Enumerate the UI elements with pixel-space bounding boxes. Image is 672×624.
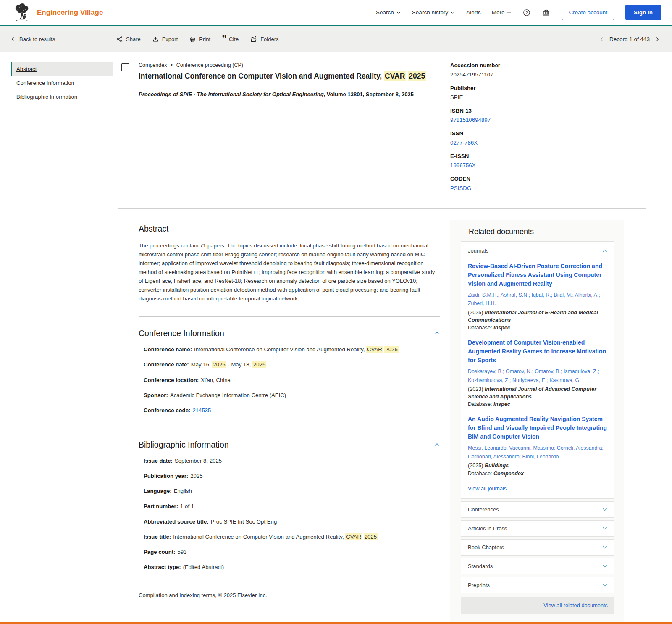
folders-button[interactable]: Folders xyxy=(250,35,278,43)
related-entry-authors[interactable]: Messi, Leonardo; Vaccarini, Massimo; Cor… xyxy=(468,444,608,461)
share-icon xyxy=(116,36,123,43)
highlighted-term: CVAR xyxy=(366,346,383,353)
create-account-button[interactable]: Create account xyxy=(562,5,614,20)
related-entry-title-link[interactable]: Review-Based AI-Driven Posture Correctio… xyxy=(468,262,608,288)
view-all-related-documents-link[interactable]: View all related documents xyxy=(543,602,608,608)
institution-icon[interactable] xyxy=(542,8,551,17)
record-content: Abstract Conference Information Bibliogr… xyxy=(0,52,672,622)
conference-information-section: Conference Information Conference name:I… xyxy=(139,317,440,414)
conference-date-row: Conference date:May 16, 2025 - May 18, 2… xyxy=(139,361,440,369)
related-entry-authors[interactable]: Zaidi, S.M.H.; Ashraf, S.N.; Iqbal, R.; … xyxy=(468,291,608,308)
svg-text:?: ? xyxy=(526,11,528,15)
related-entry-database: Database: Inspec xyxy=(468,324,608,332)
highlighted-term: 2025 xyxy=(384,346,398,353)
related-documents-heading: Related documents xyxy=(469,227,614,236)
issue-date-row: Issue date:September 8, 2025 xyxy=(139,457,440,465)
nav-search[interactable]: Search xyxy=(376,9,401,16)
print-button[interactable]: Print xyxy=(189,35,210,43)
related-entry-authors[interactable]: Doskarayev, B.; Omarov, N.; Omarov, B.; … xyxy=(468,367,608,384)
isbn13-link[interactable]: 9781510694897 xyxy=(450,117,647,123)
record-title: International Conference on Computer Vis… xyxy=(139,71,440,82)
conference-information-heading: Conference Information xyxy=(139,329,224,338)
journals-label: Journals xyxy=(468,247,488,254)
export-button[interactable]: Export xyxy=(152,35,178,43)
previous-record-icon[interactable] xyxy=(599,37,604,42)
page-count-row: Page count:593 xyxy=(139,548,440,556)
collapse-journals-icon[interactable] xyxy=(602,248,608,254)
app-header: Engineering Village Search Search histor… xyxy=(0,0,672,26)
related-section-conferences[interactable]: Conferences xyxy=(461,501,614,518)
chevron-down-icon xyxy=(507,10,512,15)
cite-button[interactable]: ” Cite xyxy=(222,35,239,43)
record-checkbox[interactable] xyxy=(121,63,129,71)
chevron-down-icon xyxy=(396,10,401,15)
related-entry-source: (2025) International Journal of E-Health… xyxy=(468,309,608,324)
nav-search-history[interactable]: Search history xyxy=(412,9,455,16)
meta-publisher: Publisher SPIE xyxy=(450,85,647,100)
abstract-heading: Abstract xyxy=(139,224,169,234)
part-number-row: Part number:1 of 1 xyxy=(139,502,440,510)
journals-card: Journals Review-Based AI-Driven Posture … xyxy=(461,241,614,499)
conference-code-link[interactable]: 214535 xyxy=(192,407,211,413)
related-documents-panel: Related documents Journals Review-Based … xyxy=(450,220,624,622)
brand-logo[interactable]: Engineering Village xyxy=(13,3,103,23)
chevron-down-icon xyxy=(450,10,455,15)
document-type: Conference proceeding (CP) xyxy=(176,62,243,68)
back-to-results-link[interactable]: Back to results xyxy=(10,36,62,42)
compilation-note: Compilation and indexing terms, © 2025 E… xyxy=(139,592,440,598)
related-entry-source: (2025) Buildings xyxy=(468,462,608,470)
toolbar-actions: Share Export Print ” Cite Folders xyxy=(116,35,279,43)
related-entry-title-link[interactable]: Development of Computer Vision-enabled A… xyxy=(468,338,608,365)
page: Engineering Village Search Search histor… xyxy=(0,0,672,624)
conference-name-row: Conference name:International Conference… xyxy=(139,345,440,353)
chevron-down-icon xyxy=(602,506,608,512)
share-button[interactable]: Share xyxy=(116,35,141,43)
meta-isbn13: ISBN-13 9781510694897 xyxy=(450,108,647,123)
section-sidebar: Abstract Conference Information Bibliogr… xyxy=(11,62,113,198)
related-entry: Development of Computer Vision-enabled A… xyxy=(468,338,608,408)
collapse-section-icon[interactable] xyxy=(434,442,440,448)
chevron-left-icon xyxy=(10,37,16,42)
related-entry-database: Database: Inspec xyxy=(468,400,608,408)
collapse-section-icon[interactable] xyxy=(434,330,440,337)
sidebar-item-conference-information[interactable]: Conference Information xyxy=(11,76,113,90)
related-entry-database: Database: Compendex xyxy=(468,470,608,478)
cite-icon: ” xyxy=(222,36,226,42)
database-badge: Compendex xyxy=(139,62,167,68)
issn-link[interactable]: 0277-786X xyxy=(450,140,647,146)
nav-more[interactable]: More xyxy=(492,9,512,16)
folders-icon xyxy=(250,35,257,43)
record-pagination: Record 1 of 443 xyxy=(599,36,660,42)
document-type-line: Compendex • Conference proceeding (CP) xyxy=(139,62,440,68)
related-section-articles-in-press[interactable]: Articles in Press xyxy=(461,520,614,537)
related-entry: An Audio Augmented Reality Navigation Sy… xyxy=(468,415,608,477)
bibliographic-information-section: Bibliographic Information Issue date:Sep… xyxy=(139,428,440,571)
publication-year-row: Publication year:2025 xyxy=(139,472,440,480)
chevron-down-icon xyxy=(602,544,608,550)
meta-issn: ISSN 0277-786X xyxy=(450,130,647,146)
eissn-link[interactable]: 1996756X xyxy=(450,162,647,169)
coden-link[interactable]: PSISDG xyxy=(450,185,647,191)
issue-title-row: Issue title:International Conference on … xyxy=(139,533,440,541)
sidebar-item-bibliographic-information[interactable]: Bibliographic Information xyxy=(11,90,113,104)
meta-coden: CODEN PSISDG xyxy=(450,176,647,191)
related-section-preprints[interactable]: Preprints xyxy=(461,577,614,593)
next-record-icon[interactable] xyxy=(655,37,660,42)
related-entry-title-link[interactable]: An Audio Augmented Reality Navigation Sy… xyxy=(468,415,608,441)
sign-in-button[interactable]: Sign in xyxy=(625,5,661,20)
print-icon xyxy=(189,36,196,43)
related-entry: Review-Based AI-Driven Posture Correctio… xyxy=(468,262,608,332)
nav-alerts[interactable]: Alerts xyxy=(466,9,481,16)
related-section-book-chapters[interactable]: Book Chapters xyxy=(461,539,614,556)
help-icon[interactable]: ? xyxy=(522,8,531,17)
conference-sponsor-row: Sponsor:Academic Exchange Information Ce… xyxy=(139,391,440,399)
related-section-standards[interactable]: Standards xyxy=(461,558,614,574)
sidebar-item-abstract[interactable]: Abstract xyxy=(11,62,113,76)
highlighted-term: 2025 xyxy=(252,361,266,368)
conference-code-row: Conference code:214535 xyxy=(139,406,440,414)
bullet-separator: • xyxy=(171,62,172,68)
abbreviated-source-title-row: Abbreviated source title:Proc SPIE Int S… xyxy=(139,518,440,526)
meta-eissn: E-ISSN 1996756X xyxy=(450,153,647,169)
view-all-journals-link[interactable]: View all journals xyxy=(468,485,608,492)
brand-name: Engineering Village xyxy=(37,8,103,17)
